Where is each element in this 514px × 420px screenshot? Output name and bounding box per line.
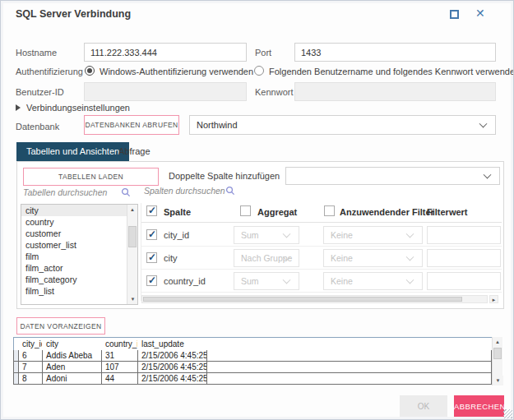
search-icon[interactable] xyxy=(121,187,131,197)
database-dropdown-value: Northwind xyxy=(197,120,238,130)
scroll-down-icon[interactable]: ▼ xyxy=(493,376,503,385)
column-checkbox[interactable] xyxy=(146,275,157,286)
list-item[interactable]: city xyxy=(21,205,137,216)
filter-value-text: Keine xyxy=(331,230,353,240)
preview-col-header[interactable]: country_id xyxy=(102,338,138,350)
chevron-down-icon xyxy=(479,120,488,128)
aggregate-all-checkbox[interactable] xyxy=(240,205,251,216)
port-input[interactable] xyxy=(294,43,496,62)
list-item[interactable]: customer xyxy=(21,228,137,239)
close-icon[interactable]: ✕ xyxy=(475,7,485,19)
expand-arrow-icon[interactable] xyxy=(16,104,21,111)
aggregate-dropdown[interactable]: Sum xyxy=(234,272,299,290)
windows-auth-radio[interactable] xyxy=(85,66,95,76)
chevron-down-icon xyxy=(283,230,291,238)
dialog-title: SQL Server Verbindung xyxy=(16,8,131,20)
column-checkbox[interactable] xyxy=(146,229,157,240)
tab-query[interactable]: Abfrage xyxy=(109,142,160,161)
select-all-columns-checkbox[interactable] xyxy=(146,205,157,216)
list-item[interactable]: country xyxy=(21,216,137,228)
column-name: city_id xyxy=(164,230,189,240)
cell: 44 xyxy=(102,373,138,385)
resize-grip[interactable] xyxy=(503,409,512,418)
preview-col-header[interactable]: city xyxy=(43,338,102,350)
list-item[interactable]: customer_list xyxy=(21,239,137,251)
tables-list: city country customer customer_list film… xyxy=(21,204,138,305)
aggregate-value: Sum xyxy=(241,230,259,240)
load-tables-button[interactable]: TABELLEN LADEN xyxy=(23,168,159,186)
table-row[interactable]: 6 Addis Abeba 31 2/15/2006 4:45:25 AM xyxy=(14,350,492,362)
cell: Adoni xyxy=(43,373,102,385)
connection-settings-toggle[interactable]: Verbindungseinstellungen xyxy=(26,103,130,113)
table-row[interactable]: 8 Adoni 44 2/15/2006 4:45:25 AM xyxy=(14,373,492,385)
fetch-databases-button[interactable]: DATENBANKEN ABRUFEN xyxy=(84,115,179,135)
user-id-label: Benutzer-ID xyxy=(16,87,64,97)
grid-horizontal-scrollbar[interactable] xyxy=(141,295,488,303)
tables-panel: TABELLEN LADEN Doppelte Spalte hinzufüge… xyxy=(16,161,504,309)
filter-dropdown[interactable]: Keine xyxy=(323,272,423,290)
grid-row: city Nach Gruppe Keine xyxy=(141,247,502,270)
table-row[interactable]: 7 Aden 107 2/15/2006 4:45:25 AM xyxy=(14,362,492,373)
scroll-right-icon[interactable]: ► xyxy=(489,295,498,303)
password-label: Kennwort xyxy=(255,87,293,97)
column-name: city xyxy=(164,253,178,263)
filter-value-input[interactable] xyxy=(427,226,501,244)
cell: 107 xyxy=(102,362,138,373)
scroll-down-icon[interactable]: ▼ xyxy=(127,294,138,304)
filter-value-input[interactable] xyxy=(427,249,501,267)
scrollbar-thumb[interactable] xyxy=(128,226,137,247)
authentication-label: Authentifizierung xyxy=(16,67,83,76)
filter-all-checkbox[interactable] xyxy=(324,205,335,216)
user-id-input[interactable] xyxy=(84,82,247,101)
preview-col-header[interactable]: city_id xyxy=(19,338,43,350)
preview-col-header[interactable]: last_update xyxy=(138,338,207,350)
preview-table: city_id city country_id last_update 6 Ad… xyxy=(13,337,492,385)
duplicate-column-dropdown[interactable] xyxy=(285,167,500,185)
list-item[interactable]: film_list xyxy=(21,285,137,297)
password-input[interactable] xyxy=(294,82,496,101)
hostname-label: Hostname xyxy=(16,48,57,58)
database-label: Datenbank xyxy=(16,122,59,132)
preview-data-button[interactable]: DATEN VORANZEIGEN xyxy=(16,317,105,335)
cell: 6 xyxy=(19,350,43,362)
maximize-icon[interactable] xyxy=(450,10,459,19)
aggregate-dropdown[interactable]: Nach Gruppe xyxy=(234,249,299,267)
list-item[interactable]: film xyxy=(21,251,137,262)
filter-value-text: Keine xyxy=(331,253,353,263)
column-checkbox[interactable] xyxy=(146,252,157,263)
credentials-auth-radio[interactable] xyxy=(254,66,264,76)
windows-auth-radio-label[interactable]: Windows-Authentifizierung verwenden xyxy=(100,67,253,76)
chevron-down-icon xyxy=(406,253,414,261)
ok-button[interactable]: OK xyxy=(400,395,447,417)
search-icon[interactable] xyxy=(225,186,235,196)
search-tables-input[interactable] xyxy=(23,187,118,197)
cell: 31 xyxy=(102,350,138,362)
chevron-down-icon xyxy=(484,171,492,179)
database-dropdown[interactable]: Northwind xyxy=(189,115,496,135)
cell xyxy=(207,373,492,385)
hostname-input[interactable] xyxy=(84,43,247,62)
list-item[interactable]: film_actor xyxy=(21,262,137,274)
preview-table-scrollbar[interactable]: ▲ ▼ xyxy=(492,337,502,385)
port-label: Port xyxy=(255,48,271,58)
duplicate-column-label: Doppelte Spalte hinzufügen xyxy=(169,171,280,181)
preview-header-row: city_id city country_id last_update xyxy=(14,338,492,350)
credentials-auth-radio-label[interactable]: Folgenden Benutzername und folgendes Ken… xyxy=(269,67,514,76)
tables-list-scrollbar[interactable]: ▲ ▼ xyxy=(127,205,137,304)
filter-value-text: Keine xyxy=(331,276,353,286)
scrollbar-thumb[interactable] xyxy=(143,297,462,302)
aggregate-dropdown[interactable]: Sum xyxy=(234,226,299,244)
cell: 8 xyxy=(19,373,43,385)
cell: 2/15/2006 4:45:25 AM xyxy=(138,373,207,385)
sql-server-connection-dialog: SQL Server Verbindung ✕ Hostname Port Au… xyxy=(0,0,514,420)
scroll-up-icon[interactable]: ▲ xyxy=(493,337,502,347)
filter-dropdown[interactable]: Keine xyxy=(323,226,423,244)
filter-dropdown[interactable]: Keine xyxy=(323,249,423,267)
column-header: Spalte xyxy=(164,207,191,217)
scroll-up-icon[interactable]: ▲ xyxy=(127,205,137,215)
list-item[interactable]: film_category xyxy=(21,274,137,285)
search-columns-input[interactable] xyxy=(144,186,234,196)
cancel-button[interactable]: ABBRECHEN xyxy=(454,395,504,417)
scrollbar-thumb[interactable] xyxy=(493,348,502,359)
filter-value-input[interactable] xyxy=(427,272,501,290)
